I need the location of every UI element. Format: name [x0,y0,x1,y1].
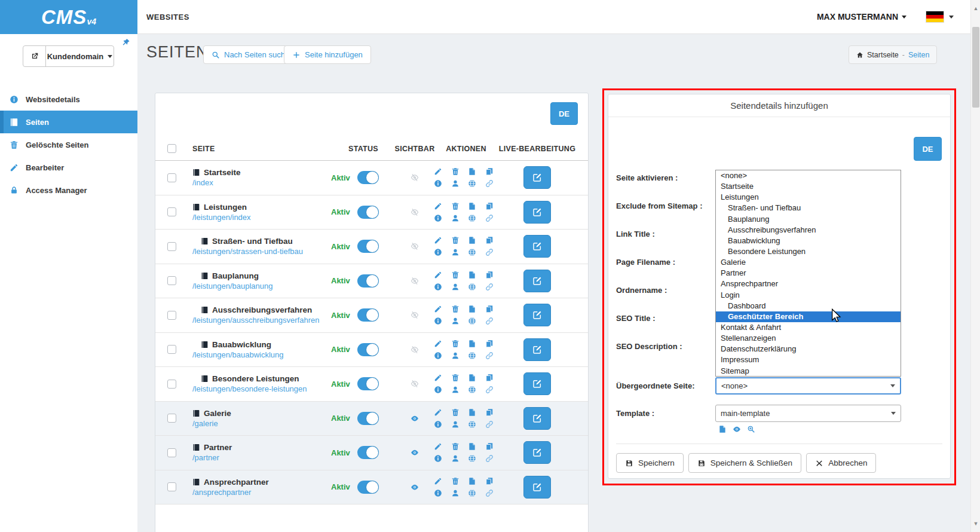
status-toggle[interactable] [357,446,379,459]
dropdown-option[interactable]: Login [716,290,901,301]
link-icon[interactable] [485,248,494,256]
panel-language-badge[interactable]: DE [914,137,942,161]
dropdown-option[interactable]: Ansprechpartner [716,279,901,289]
globe-icon[interactable] [468,214,476,222]
status-toggle[interactable] [357,481,379,494]
delete-icon[interactable] [451,340,460,348]
edit-icon[interactable] [434,202,442,210]
hidden-eye-slash-icon[interactable] [411,311,419,319]
dropdown-option[interactable]: Bauabwicklung [716,236,901,246]
user-icon[interactable] [451,283,460,291]
page-file-icon[interactable] [468,305,476,313]
status-toggle[interactable] [357,343,379,356]
row-checkbox[interactable] [167,482,176,491]
delete-icon[interactable] [451,236,460,244]
globe-icon[interactable] [468,179,476,188]
dropdown-option[interactable]: Dashboard [716,301,901,311]
dropdown-option[interactable]: Straßen- und Tiefbau [716,203,901,213]
scrollbar-thumb[interactable] [972,27,979,108]
live-edit-button[interactable] [523,338,551,361]
row-checkbox[interactable] [167,311,176,320]
page-file-icon[interactable] [468,477,476,485]
info-icon[interactable] [434,214,442,222]
globe-icon[interactable] [468,351,476,360]
user-icon[interactable] [451,317,460,325]
info-icon[interactable] [434,351,442,360]
sidebar-item-bearbeiter[interactable]: Bearbeiter [0,156,137,179]
delete-icon[interactable] [451,442,460,451]
page-path-link[interactable]: /galerie [192,419,331,428]
row-checkbox[interactable] [167,345,176,354]
hidden-eye-slash-icon[interactable] [411,277,419,285]
add-page-button[interactable]: Seite hinzufügen [284,45,371,64]
live-edit-button[interactable] [523,201,551,224]
dropdown-option[interactable]: Impressum [716,354,901,365]
copy-icon[interactable] [485,374,494,382]
status-toggle[interactable] [357,377,379,390]
dropdown-option[interactable]: Stellenanzeigen [716,333,901,344]
template-preview-eye-icon[interactable] [733,425,741,433]
link-icon[interactable] [485,454,494,463]
scroll-down-arrow[interactable]: ▼ [971,519,980,528]
status-toggle[interactable] [357,308,379,322]
info-icon[interactable] [434,248,442,256]
link-icon[interactable] [485,386,494,394]
live-edit-button[interactable] [523,372,551,395]
sidebar-item-seiten[interactable]: Seiten [0,111,137,133]
template-zoom-icon[interactable] [747,425,755,433]
globe-icon[interactable] [468,317,476,325]
globe-icon[interactable] [468,489,476,497]
page-file-icon[interactable] [468,340,476,348]
edit-icon[interactable] [434,374,442,382]
pin-icon[interactable] [122,38,130,47]
page-path-link[interactable]: /ansprechpartner [192,488,331,497]
template-select[interactable]: main-template [715,405,901,422]
dropdown-option[interactable]: Sitemap [716,366,901,377]
hidden-eye-slash-icon[interactable] [411,346,419,354]
hidden-eye-slash-icon[interactable] [411,208,419,216]
page-path-link[interactable]: /leistungen/ausschreibungsverfahren [192,316,331,325]
info-icon[interactable] [434,317,442,325]
page-file-icon[interactable] [468,408,476,417]
info-icon[interactable] [434,420,442,429]
copy-icon[interactable] [485,167,494,176]
hidden-eye-slash-icon[interactable] [411,380,419,388]
page-file-icon[interactable] [468,374,476,382]
language-menu[interactable] [926,11,954,23]
row-checkbox[interactable] [167,414,176,423]
edit-icon[interactable] [434,408,442,417]
status-toggle[interactable] [357,171,379,184]
page-path-link[interactable]: /leistungen/index [192,213,331,222]
abbrechen-button[interactable]: Abbrechen [806,453,876,473]
user-icon[interactable] [451,214,460,222]
dropdown-option[interactable]: Ausschreibungsverfahren [716,225,901,236]
speichern-schlie-en-button[interactable]: Speichern & Schließen [688,453,801,473]
select-all-checkbox[interactable] [167,144,176,153]
delete-icon[interactable] [451,202,460,210]
row-checkbox[interactable] [167,207,176,216]
status-toggle[interactable] [357,274,379,288]
page-file-icon[interactable] [468,271,476,279]
sidebar-item-gel-schte-seiten[interactable]: Gelöschte Seiten [0,133,137,156]
delete-icon[interactable] [451,271,460,279]
copy-icon[interactable] [485,442,494,451]
copy-icon[interactable] [485,236,494,244]
user-icon[interactable] [451,420,460,429]
speichern-button[interactable]: Speichern [616,453,684,473]
copy-icon[interactable] [485,477,494,485]
link-icon[interactable] [485,283,494,291]
live-edit-button[interactable] [523,270,551,292]
delete-icon[interactable] [451,374,460,382]
link-icon[interactable] [485,214,494,222]
live-edit-button[interactable] [523,476,551,499]
row-checkbox[interactable] [167,380,176,389]
dropdown-option-selected[interactable]: Geschützter Bereich [716,311,901,322]
row-checkbox[interactable] [167,173,176,182]
user-icon[interactable] [451,489,460,497]
row-checkbox[interactable] [167,276,176,285]
domain-dropdown[interactable]: Kundendomain [46,46,114,66]
page-file-icon[interactable] [468,167,476,176]
globe-icon[interactable] [468,454,476,463]
dropdown-option[interactable]: Partner [716,268,901,279]
delete-icon[interactable] [451,408,460,417]
